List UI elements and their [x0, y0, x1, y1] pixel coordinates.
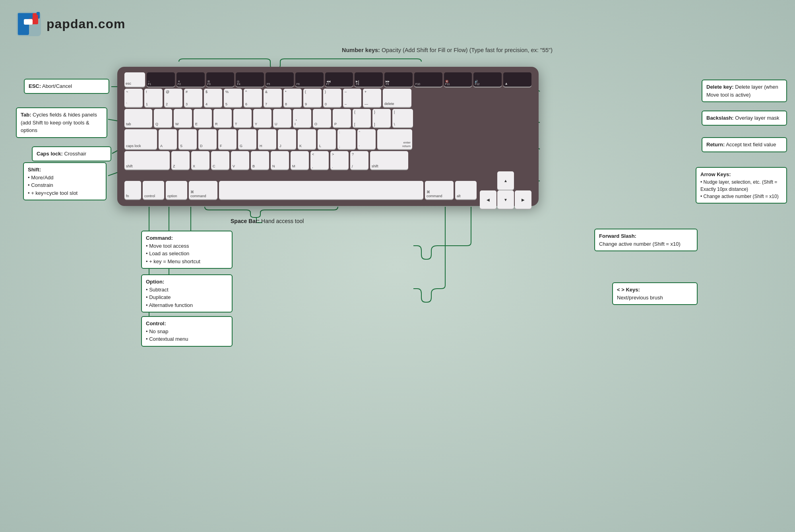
ann-arrow-bullet1: • Nudge layer, selection, etc. (Shift = …	[700, 179, 782, 193]
key-h[interactable]: H	[258, 129, 276, 149]
key-command-right[interactable]: ⌘command	[425, 181, 454, 199]
annotation-shift: Shift: • More/Add • Constrain • + key=cy…	[23, 162, 107, 200]
key-n[interactable]: N	[271, 151, 289, 169]
key-f1[interactable]: ○F1	[147, 72, 175, 87]
key-t[interactable]: T	[233, 109, 252, 127]
key-f12[interactable]: 🔊F12	[473, 72, 502, 87]
key-u[interactable]: U	[273, 109, 291, 127]
ann-esc-desc: Abort/Cancel	[42, 83, 72, 89]
key-p[interactable]: P	[333, 109, 351, 127]
key-arrow-down[interactable]: ▼	[497, 190, 514, 209]
key-k[interactable]: K	[298, 129, 316, 149]
key-5[interactable]: %5	[224, 89, 242, 107]
key-f8[interactable]: ▶‖F8	[355, 72, 383, 87]
ann-shift-title: Shift:	[28, 167, 41, 173]
key-f11[interactable]: 🔇F11	[444, 72, 472, 87]
key-arrow-right[interactable]: ▶	[515, 190, 531, 209]
key-shift-left[interactable]: shift	[124, 151, 170, 169]
ann-ltgt-title: < > Keys:	[617, 287, 640, 293]
key-w[interactable]: W	[174, 109, 192, 127]
key-f[interactable]: F	[218, 129, 237, 149]
key-f7[interactable]: ◀◀F7	[325, 72, 353, 87]
key-space[interactable]	[219, 181, 423, 199]
key-9[interactable]: (9	[303, 89, 322, 107]
key-y[interactable]: Y	[253, 109, 271, 127]
key-g[interactable]: G	[238, 129, 256, 149]
key-2[interactable]: @2	[164, 89, 182, 107]
ann-backslash-desc: Overlay layer mask	[735, 115, 779, 121]
key-1[interactable]: !1	[144, 89, 163, 107]
key-command-left[interactable]: ⌘command	[189, 181, 217, 199]
key-enter[interactable]: enterreturn	[377, 129, 412, 149]
key-shift-right[interactable]: shift	[370, 151, 408, 169]
key-minus[interactable]: ––	[343, 89, 361, 107]
key-q[interactable]: Q	[154, 109, 172, 127]
key-semicolon[interactable]: :;	[337, 129, 356, 149]
key-d[interactable]: D	[198, 129, 217, 149]
key-i[interactable]: •I	[293, 109, 311, 127]
key-s[interactable]: S	[178, 129, 197, 149]
key-f2[interactable]: ☀F2	[176, 72, 205, 87]
key-3[interactable]: #3	[184, 89, 202, 107]
key-c[interactable]: C	[211, 151, 229, 169]
key-4[interactable]: $4	[204, 89, 222, 107]
annotation-esc: ESC: Abort/Cancel	[24, 79, 109, 94]
key-6[interactable]: ^6	[244, 89, 262, 107]
key-f6[interactable]: F6	[295, 72, 324, 87]
key-period[interactable]: >.	[330, 151, 349, 169]
key-option[interactable]: option	[166, 181, 187, 199]
key-delete[interactable]: delete	[383, 89, 411, 107]
key-f4[interactable]: ◎F4	[236, 72, 264, 87]
key-tilde[interactable]: ~`	[124, 89, 143, 107]
key-f9[interactable]: ▶▶F9	[384, 72, 413, 87]
key-f10[interactable]: F10	[414, 72, 442, 87]
ann-return-title: Return:	[706, 142, 725, 148]
key-o[interactable]: O	[313, 109, 331, 127]
key-control[interactable]: control	[143, 181, 164, 199]
ann-return-desc: Accept text field value	[726, 142, 776, 148]
key-comma[interactable]: <,	[310, 151, 329, 169]
key-backslash[interactable]: |\	[392, 109, 413, 127]
annotation-caps: Caps lock: Crosshair	[32, 146, 111, 161]
svg-rect-9	[24, 19, 33, 25]
key-7[interactable]: &7	[264, 89, 282, 107]
fn-row: esc ○F1 ☀F2 ⊞F3 ◎F4 F5 F6 ◀◀F7 ▶‖F8 ▶▶F9…	[124, 72, 531, 87]
key-a[interactable]: A	[159, 129, 177, 149]
key-l[interactable]: L	[318, 129, 336, 149]
key-v[interactable]: V	[231, 151, 249, 169]
key-rbracket[interactable]: }]	[372, 109, 391, 127]
key-f5[interactable]: F5	[266, 72, 294, 87]
key-f3[interactable]: ⊞F3	[206, 72, 235, 87]
key-j[interactable]: J	[278, 129, 296, 149]
ann-shift-bullet3: • + key=cycle tool slot	[28, 189, 102, 197]
key-lbracket[interactable]: {[	[353, 109, 371, 127]
ann-option-bullet1: • Subtract	[146, 286, 228, 294]
svg-rect-7	[18, 13, 35, 19]
key-z[interactable]: Z	[171, 151, 190, 169]
key-m[interactable]: M	[291, 151, 309, 169]
key-x[interactable]: X	[191, 151, 209, 169]
key-arrow-left[interactable]: ◀	[480, 190, 496, 209]
ann-tab-title: Tab:	[21, 112, 31, 118]
key-arrow-up[interactable]: ▲	[497, 171, 514, 190]
key-alt-right[interactable]: alt	[455, 181, 477, 199]
ann-command-bullet2: • Load as selection	[146, 250, 228, 258]
ann-control-bullet1: • No snap	[146, 328, 228, 336]
annotation-command: Command: • Move tool access • Load as se…	[141, 231, 233, 269]
key-esc[interactable]: esc	[124, 72, 145, 87]
annotation-tab: Tab: Cycles fields & hides panels (add S…	[16, 107, 107, 138]
key-e[interactable]: E	[194, 109, 212, 127]
key-0[interactable]: )0	[323, 89, 341, 107]
key-r[interactable]: R	[213, 109, 232, 127]
key-tab[interactable]: tab	[124, 109, 152, 127]
key-plus[interactable]: +—	[363, 89, 381, 107]
key-eject[interactable]: ▲	[503, 72, 531, 87]
key-fn-bottom[interactable]: fn	[124, 181, 141, 199]
key-quote[interactable]: "'	[357, 129, 376, 149]
annotation-arrow-keys: Arrow Keys: • Nudge layer, selection, et…	[696, 167, 787, 204]
key-8[interactable]: *8	[283, 89, 302, 107]
ann-control-title: Control:	[146, 320, 166, 326]
key-b[interactable]: B	[251, 151, 269, 169]
key-slash[interactable]: ?/	[350, 151, 368, 169]
key-caps-lock[interactable]: caps lock	[124, 129, 157, 149]
